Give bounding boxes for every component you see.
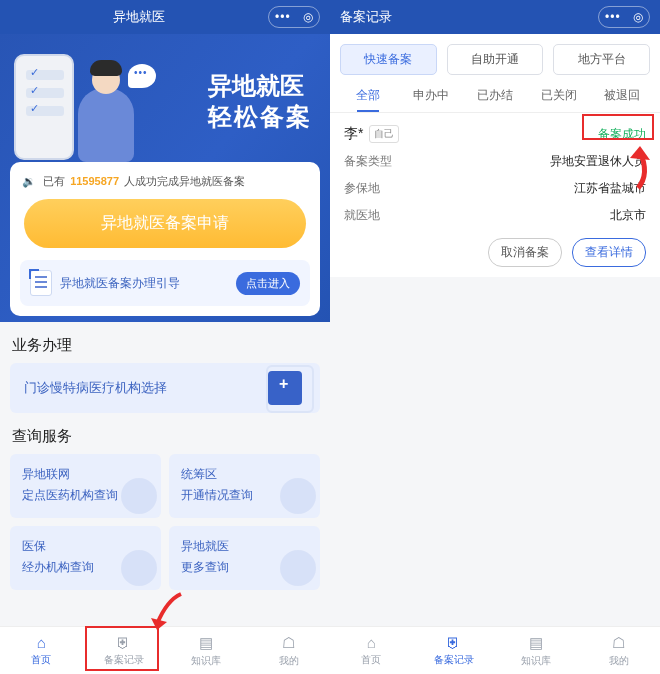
home-icon: ⌂ bbox=[37, 634, 46, 651]
target-icon[interactable]: ◎ bbox=[303, 10, 313, 24]
section-title-query: 查询服务 bbox=[0, 413, 330, 454]
guide-text: 异地就医备案办理引导 bbox=[60, 275, 228, 292]
tab-rejected[interactable]: 被退回 bbox=[590, 77, 654, 112]
tile-pooling-area[interactable]: 统筹区开通情况查询 bbox=[169, 454, 320, 518]
banner: 异地就医 轻松备案 🔉 已有 11595877 人成功完成异地就医备案 异地就医… bbox=[0, 34, 330, 322]
right-screen: 备案记录 ••• ◎ 快速备案 自助开通 地方平台 全部 申办中 已办结 已关闭… bbox=[330, 0, 660, 674]
person-illustration bbox=[78, 88, 134, 162]
row-medical-area: 就医地北京市 bbox=[344, 207, 646, 224]
tile-more-query[interactable]: 异地就医更多查询 bbox=[169, 526, 320, 590]
document-icon bbox=[30, 270, 52, 296]
book-icon: ▤ bbox=[199, 634, 213, 652]
person-icon: ☖ bbox=[282, 634, 295, 652]
hero-card: 🔉 已有 11595877 人成功完成异地就医备案 异地就医备案申请 异地就医备… bbox=[10, 162, 320, 316]
header: 备案记录 ••• ◎ bbox=[330, 0, 660, 34]
tab-bar: ⌂首页 ⛨备案记录 ▤知识库 ☖我的 bbox=[0, 626, 330, 674]
target-icon[interactable]: ◎ bbox=[633, 10, 643, 24]
filter-bar: 快速备案 自助开通 地方平台 bbox=[330, 34, 660, 77]
miniprogram-menu[interactable]: ••• ◎ bbox=[268, 6, 320, 28]
tab-home[interactable]: ⌂首页 bbox=[0, 627, 83, 674]
row-insured-area: 参保地江苏省盐城市 bbox=[344, 180, 646, 197]
more-query-icon bbox=[280, 550, 316, 586]
cancel-record-button[interactable]: 取消备案 bbox=[488, 238, 562, 267]
speaker-icon: 🔉 bbox=[22, 175, 36, 187]
tab-knowledge[interactable]: ▤知识库 bbox=[495, 627, 578, 674]
tab-done[interactable]: 已办结 bbox=[463, 77, 527, 112]
success-count: 🔉 已有 11595877 人成功完成异地就医备案 bbox=[22, 174, 310, 189]
tile-agency[interactable]: 医保经办机构查询 bbox=[10, 526, 161, 590]
section-title-business: 业务办理 bbox=[0, 322, 330, 363]
status-tabs: 全部 申办中 已办结 已关闭 被退回 bbox=[330, 77, 660, 113]
more-icon[interactable]: ••• bbox=[605, 10, 621, 24]
apply-button[interactable]: 异地就医备案申请 bbox=[24, 199, 306, 248]
hospital-icon bbox=[268, 371, 302, 405]
link-icon bbox=[121, 478, 157, 514]
guide-row[interactable]: 异地就医备案办理引导 点击进入 bbox=[20, 260, 310, 306]
more-icon[interactable]: ••• bbox=[275, 10, 291, 24]
chip-local-platform[interactable]: 地方平台 bbox=[553, 44, 650, 75]
tab-mine[interactable]: ☖我的 bbox=[578, 627, 661, 674]
query-grid: 异地联网定点医药机构查询 统筹区开通情况查询 医保经办机构查询 异地就医更多查询 bbox=[0, 454, 330, 594]
header: 异地就医 ••• ◎ bbox=[0, 0, 330, 34]
chip-fast-record[interactable]: 快速备案 bbox=[340, 44, 437, 75]
header-title: 异地就医 bbox=[10, 8, 268, 26]
phone-illustration bbox=[14, 54, 74, 160]
tab-knowledge[interactable]: ▤知识库 bbox=[165, 627, 248, 674]
person-icon: ☖ bbox=[612, 634, 625, 652]
view-detail-button[interactable]: 查看详情 bbox=[572, 238, 646, 267]
tile-network-hospital[interactable]: 异地联网定点医药机构查询 bbox=[10, 454, 161, 518]
tab-records[interactable]: ⛨备案记录 bbox=[413, 627, 496, 674]
tab-all[interactable]: 全部 bbox=[336, 77, 400, 112]
record-status: 备案成功 bbox=[598, 126, 646, 143]
building-icon bbox=[121, 550, 157, 586]
annotation-arrow-status bbox=[622, 144, 656, 195]
home-icon: ⌂ bbox=[367, 634, 376, 651]
tab-processing[interactable]: 申办中 bbox=[400, 77, 464, 112]
chronic-hospital-select[interactable]: 门诊慢特病医疗机构选择 bbox=[10, 363, 320, 413]
miniprogram-menu[interactable]: ••• ◎ bbox=[598, 6, 650, 28]
banner-slogan: 异地就医 轻松备案 bbox=[208, 70, 312, 132]
tab-home[interactable]: ⌂首页 bbox=[330, 627, 413, 674]
tab-bar: ⌂首页 ⛨备案记录 ▤知识库 ☖我的 bbox=[330, 626, 660, 674]
shield-icon: ⛨ bbox=[446, 634, 461, 651]
shield-icon: ⛨ bbox=[116, 634, 131, 651]
left-screen: 异地就医 ••• ◎ 异地就医 轻松备案 🔉 已有 11595877 人成功完成… bbox=[0, 0, 330, 674]
tab-records[interactable]: ⛨备案记录 bbox=[83, 627, 166, 674]
guide-enter-button[interactable]: 点击进入 bbox=[236, 272, 300, 295]
speech-bubble-icon bbox=[128, 64, 156, 88]
tab-closed[interactable]: 已关闭 bbox=[527, 77, 591, 112]
self-badge: 自己 bbox=[369, 125, 399, 143]
chip-self-open[interactable]: 自助开通 bbox=[447, 44, 544, 75]
book-icon: ▤ bbox=[529, 634, 543, 652]
tab-mine[interactable]: ☖我的 bbox=[248, 627, 331, 674]
location-icon bbox=[280, 478, 316, 514]
row-type: 备案类型异地安置退休人员 bbox=[344, 153, 646, 170]
record-name: 李* bbox=[344, 125, 363, 143]
record-card: 李* 自己 备案成功 备案类型异地安置退休人员 参保地江苏省盐城市 就医地北京市… bbox=[330, 113, 660, 277]
header-title: 备案记录 bbox=[340, 8, 598, 26]
